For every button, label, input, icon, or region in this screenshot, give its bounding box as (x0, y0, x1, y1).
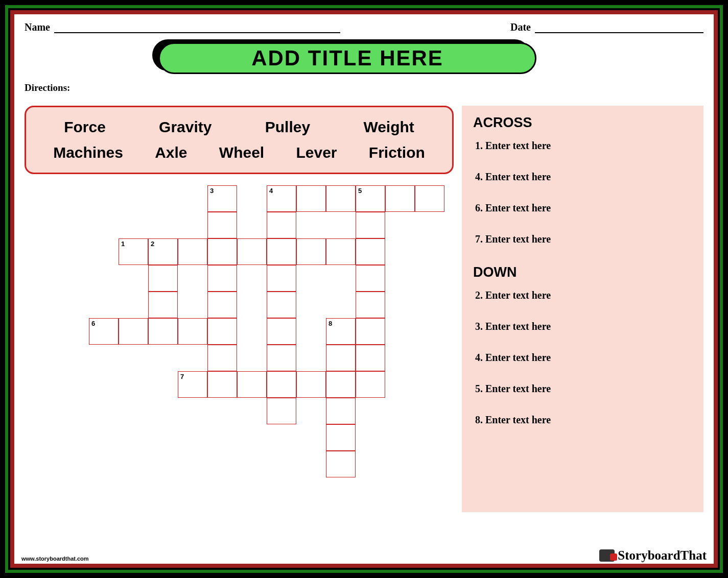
crossword-cell[interactable] (148, 292, 178, 318)
crossword-grid: 34512687 (30, 185, 454, 512)
crossword-cell[interactable]: 6 (89, 318, 119, 345)
title-text: ADD TITLE HERE (251, 46, 443, 70)
crossword-cell[interactable] (237, 238, 267, 265)
crossword-cell[interactable]: 7 (178, 371, 207, 398)
word-bank-row-2: Machines Axle Wheel Lever Friction (37, 140, 441, 165)
clue-item[interactable]: 1. Enter text here (475, 140, 692, 152)
outer-frame: Name Date ADD TITLE HERE Directions: (0, 0, 728, 578)
brand-text: StoryboardThat (618, 548, 707, 563)
word-bank-row-1: Force Gravity Pulley Weight (37, 114, 441, 140)
crossword-cell[interactable] (237, 371, 267, 398)
name-input-line[interactable] (54, 22, 340, 33)
word-bank-item: Machines (53, 144, 123, 161)
crossword-cell[interactable] (296, 371, 326, 398)
clue-item[interactable]: 8. Enter text here (475, 414, 692, 426)
crossword-cell[interactable] (356, 345, 385, 371)
crossword-cell[interactable]: 2 (148, 238, 178, 265)
clue-item[interactable]: 3. Enter text here (475, 321, 692, 332)
crossword-cell[interactable] (326, 398, 356, 424)
crossword-cell[interactable] (178, 318, 207, 345)
brand-logo: StoryboardThat (599, 548, 707, 563)
crossword-cell[interactable]: 4 (267, 185, 296, 212)
crossword-cell[interactable] (385, 185, 415, 212)
crossword-cell[interactable] (415, 185, 444, 212)
crossword-cell[interactable] (356, 238, 385, 265)
green-frame: Name Date ADD TITLE HERE Directions: (5, 5, 723, 573)
word-bank-item: Weight (363, 118, 414, 136)
word-bank-item: Force (64, 118, 106, 136)
clue-item[interactable]: 4. Enter text here (475, 171, 692, 183)
date-label: Date (510, 21, 531, 33)
word-bank-item: Lever (296, 144, 337, 161)
clues-panel: ACROSS 1. Enter text here4. Enter text h… (462, 106, 703, 512)
crossword-cell[interactable] (356, 318, 385, 345)
clue-item[interactable]: 7. Enter text here (475, 233, 692, 245)
crossword-cell[interactable] (326, 424, 356, 451)
crossword-cell[interactable]: 1 (119, 238, 148, 265)
crossword-cell[interactable]: 3 (207, 185, 237, 212)
date-input-line[interactable] (535, 22, 703, 33)
clue-item[interactable]: 4. Enter text here (475, 352, 692, 364)
crossword-cell[interactable] (267, 371, 296, 398)
crossword-cell[interactable] (326, 185, 356, 212)
clue-item[interactable]: 2. Enter text here (475, 290, 692, 301)
left-column: Force Gravity Pulley Weight Machines Axl… (25, 106, 454, 512)
crossword-cell[interactable] (207, 265, 237, 292)
crossword-cell[interactable] (119, 318, 148, 345)
content-row: Force Gravity Pulley Weight Machines Axl… (14, 97, 714, 512)
clue-item[interactable]: 6. Enter text here (475, 202, 692, 214)
crossword-cell[interactable] (267, 212, 296, 238)
crossword-cell[interactable] (326, 345, 356, 371)
crossword-cell[interactable] (207, 212, 237, 238)
crossword-cell[interactable] (296, 238, 326, 265)
clue-item[interactable]: 5. Enter text here (475, 383, 692, 395)
directions-label: Directions: (14, 79, 714, 97)
crossword-cell[interactable] (148, 318, 178, 345)
down-list: 2. Enter text here3. Enter text here4. E… (473, 290, 692, 426)
word-bank: Force Gravity Pulley Weight Machines Axl… (25, 106, 454, 174)
crossword-cell[interactable] (356, 265, 385, 292)
crossword-cell[interactable] (356, 371, 385, 398)
crossword-cell[interactable] (267, 292, 296, 318)
crossword-cell[interactable] (356, 292, 385, 318)
worksheet: Name Date ADD TITLE HERE Directions: (10, 10, 718, 568)
crossword-cell[interactable] (207, 238, 237, 265)
across-list: 1. Enter text here4. Enter text here6. E… (473, 140, 692, 245)
word-bank-item: Wheel (219, 144, 264, 161)
crossword-cell[interactable] (207, 318, 237, 345)
date-field: Date (510, 21, 703, 33)
crossword-cell[interactable] (296, 185, 326, 212)
word-bank-item: Pulley (265, 118, 310, 136)
speech-bubble-icon (599, 549, 615, 562)
crossword-cell[interactable] (207, 345, 237, 371)
crossword-cell[interactable] (326, 451, 356, 477)
crossword-cell[interactable] (326, 371, 356, 398)
name-label: Name (25, 21, 50, 33)
crossword-cell[interactable] (267, 345, 296, 371)
crossword-cell[interactable] (267, 265, 296, 292)
title-pill[interactable]: ADD TITLE HERE (158, 42, 536, 74)
down-heading: DOWN (473, 264, 692, 280)
crossword-cell[interactable]: 8 (326, 318, 356, 345)
across-heading: ACROSS (473, 115, 692, 131)
crossword-cell[interactable] (356, 212, 385, 238)
word-bank-item: Gravity (159, 118, 212, 136)
title-container: ADD TITLE HERE (14, 39, 714, 79)
footer-url: www.storyboardthat.com (21, 556, 89, 562)
crossword-cell[interactable] (207, 371, 237, 398)
crossword-cell[interactable] (326, 238, 356, 265)
header-row: Name Date (14, 14, 714, 33)
word-bank-item: Axle (155, 144, 187, 161)
crossword-cell[interactable] (267, 318, 296, 345)
name-field: Name (25, 21, 340, 33)
crossword-cell[interactable]: 5 (356, 185, 385, 212)
crossword-cell[interactable] (148, 265, 178, 292)
crossword-cell[interactable] (267, 398, 296, 424)
crossword-cell[interactable] (267, 238, 296, 265)
crossword-cell[interactable] (207, 292, 237, 318)
word-bank-item: Friction (369, 144, 425, 161)
crossword-cell[interactable] (178, 238, 207, 265)
